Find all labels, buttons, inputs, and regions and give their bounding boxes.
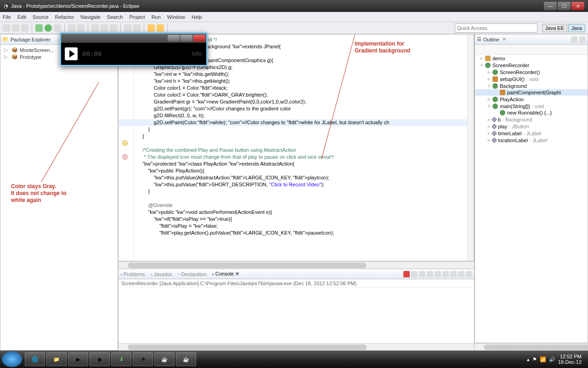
expand-icon[interactable]: ▷ bbox=[4, 47, 10, 53]
menu-source[interactable]: Source bbox=[33, 14, 49, 20]
console-body[interactable] bbox=[119, 288, 474, 343]
open-type-button[interactable] bbox=[91, 24, 99, 32]
save-all-button[interactable] bbox=[21, 24, 28, 32]
new-package-button[interactable] bbox=[68, 24, 75, 32]
new-class-button[interactable] bbox=[77, 24, 85, 32]
save-button[interactable] bbox=[12, 24, 19, 32]
menu-project[interactable]: Project bbox=[129, 14, 145, 20]
console-min-button[interactable] bbox=[458, 271, 464, 277]
outline-item[interactable]: new Runnable() {...} bbox=[475, 109, 588, 116]
tray-network-icon[interactable]: 📶 bbox=[540, 356, 546, 362]
tray-volume-icon[interactable]: 🔊 bbox=[549, 356, 555, 362]
outline-item[interactable]: ▹demo bbox=[475, 55, 588, 62]
back-button[interactable] bbox=[147, 24, 155, 32]
start-button[interactable] bbox=[2, 351, 22, 367]
outline-item[interactable]: ▹play : JButton bbox=[475, 123, 588, 130]
perspective-java[interactable]: Java bbox=[568, 24, 585, 32]
outline-max-button[interactable] bbox=[579, 36, 586, 43]
minimize-button[interactable]: — bbox=[544, 2, 557, 10]
editor-hscrollbar[interactable] bbox=[119, 261, 474, 269]
tray-flag-icon[interactable]: ⚑ bbox=[532, 356, 537, 362]
outline-min-button[interactable] bbox=[571, 36, 577, 43]
tray-expand-icon[interactable]: ▴ bbox=[527, 356, 530, 362]
search-button[interactable] bbox=[101, 24, 108, 32]
close-button[interactable]: ✕ bbox=[571, 2, 584, 10]
outline-item[interactable]: ▹setupGUI() : void bbox=[475, 75, 588, 82]
menu-edit[interactable]: Edit bbox=[17, 14, 26, 20]
taskbar-chrome-icon[interactable]: ◉ bbox=[90, 352, 110, 366]
menu-window[interactable]: Window bbox=[167, 14, 185, 20]
tray-clock[interactable]: 12:52 PM 18-Dec-12 bbox=[558, 354, 582, 365]
console-tab-javadoc[interactable]: ▫Javadoc bbox=[150, 271, 172, 277]
recorder-info-label: Info: bbox=[192, 51, 203, 57]
windows-taskbar[interactable]: 🌐 📁 ▶ ◉ ⬇ ◔ ☕ ☕ ▴ ⚑ 📶 🔊 12:52 PM 18-Dec-… bbox=[0, 351, 588, 368]
outline-class-icon bbox=[500, 110, 505, 115]
outline-class-icon bbox=[492, 83, 498, 89]
toggle-mark-button[interactable] bbox=[110, 24, 117, 32]
outline-item[interactable]: ▿Background bbox=[475, 82, 588, 89]
console-description: ScreenRecorder [Java Application] C:\Pro… bbox=[119, 279, 474, 288]
menu-search[interactable]: Search bbox=[107, 14, 123, 20]
outline-item[interactable]: ▹ScreenRecorder() bbox=[475, 69, 588, 75]
outline-item[interactable]: ▹locationLabel : JLabel bbox=[475, 137, 588, 144]
recorder-maximize-button[interactable] bbox=[181, 35, 192, 41]
recorder-minimize-button[interactable] bbox=[168, 35, 180, 41]
recorder-timer: 00:00 bbox=[82, 50, 102, 58]
package-explorer-body[interactable]: ▷📦MonteScreen...▷📦Prototype bbox=[0, 45, 118, 350]
menu-refactor[interactable]: Refactor bbox=[55, 14, 74, 20]
menu-navigate[interactable]: Navigate bbox=[80, 14, 100, 20]
outline-tree[interactable]: ▹demo▿ScreenRecorder▹ScreenRecorder()▹se… bbox=[475, 55, 588, 343]
new-button[interactable] bbox=[3, 24, 10, 32]
taskbar-ie-icon[interactable]: 🌐 bbox=[25, 352, 45, 366]
menu-help[interactable]: Help bbox=[192, 14, 202, 20]
maximize-button[interactable]: ☐ bbox=[558, 2, 571, 10]
tab-icon: ▫ bbox=[150, 271, 152, 277]
outline-item[interactable]: ▹timerLabel : JLabel bbox=[475, 130, 588, 137]
console-tab-declaration[interactable]: ▫Declaration bbox=[178, 271, 207, 277]
run-ext-button[interactable] bbox=[54, 24, 61, 32]
console-open-button[interactable] bbox=[450, 271, 457, 277]
outline-icon: ☰ bbox=[477, 36, 481, 42]
quick-access-input[interactable] bbox=[455, 23, 537, 33]
console-tab-console[interactable]: ▫Console ✕ bbox=[212, 271, 239, 277]
editor-area[interactable]: - - - ! ient background */ "kw">protecte… bbox=[119, 34, 474, 261]
outline-hscrollbar[interactable] bbox=[475, 343, 588, 351]
console-pin-button[interactable] bbox=[435, 271, 441, 277]
recorder-window[interactable]: 00:00 Info: bbox=[60, 32, 208, 66]
perspective-java-ee[interactable]: Java EE bbox=[542, 24, 567, 32]
taskbar-eclipse-icon[interactable]: ◔ bbox=[133, 352, 153, 366]
outline-close-tab[interactable]: ✕ bbox=[502, 36, 506, 42]
console-max-button[interactable] bbox=[466, 271, 472, 277]
outline-item[interactable]: ▹PlayAction bbox=[475, 96, 588, 103]
console-clear-button[interactable] bbox=[419, 271, 425, 277]
outline-item[interactable]: ▿ScreenRecorder bbox=[475, 62, 588, 69]
overview-ruler[interactable] bbox=[467, 34, 474, 261]
outline-meth-priv-icon bbox=[500, 90, 505, 95]
next-annotation-button[interactable] bbox=[133, 24, 141, 32]
menu-run[interactable]: Run bbox=[152, 14, 161, 20]
console-display-button[interactable] bbox=[442, 271, 449, 277]
outline-item[interactable]: ▹b : Background bbox=[475, 116, 588, 123]
package-explorer-icon: 📁 bbox=[2, 36, 9, 42]
console-scroll-button[interactable] bbox=[427, 271, 433, 277]
recorder-close-button[interactable] bbox=[193, 35, 205, 41]
taskbar-utorrent-icon[interactable]: ⬇ bbox=[111, 352, 131, 366]
menubar: FileEditSourceRefactorNavigateSearchProj… bbox=[0, 12, 588, 22]
taskbar-javaee-icon[interactable]: ☕ bbox=[154, 352, 175, 366]
prev-annotation-button[interactable] bbox=[124, 24, 131, 32]
forward-button[interactable] bbox=[157, 24, 164, 32]
console-hscrollbar[interactable] bbox=[119, 343, 474, 351]
expand-icon[interactable]: ▷ bbox=[4, 54, 10, 60]
outline-item[interactable]: paintComponent(Graphi bbox=[475, 89, 588, 96]
outline-item[interactable]: ▿main(String[]) : void bbox=[475, 103, 588, 109]
taskbar-media-icon[interactable]: ▶ bbox=[68, 352, 88, 366]
taskbar-java-icon[interactable]: ☕ bbox=[176, 352, 196, 366]
debug-button[interactable] bbox=[35, 24, 43, 32]
console-tab-problems[interactable]: ▫Problems bbox=[120, 271, 145, 277]
play-button[interactable] bbox=[65, 47, 78, 60]
console-terminate-button[interactable] bbox=[403, 271, 410, 277]
console-remove-button[interactable] bbox=[411, 271, 418, 277]
run-button[interactable] bbox=[45, 24, 52, 32]
menu-file[interactable]: File bbox=[3, 14, 11, 20]
taskbar-explorer-icon[interactable]: 📁 bbox=[46, 352, 67, 366]
